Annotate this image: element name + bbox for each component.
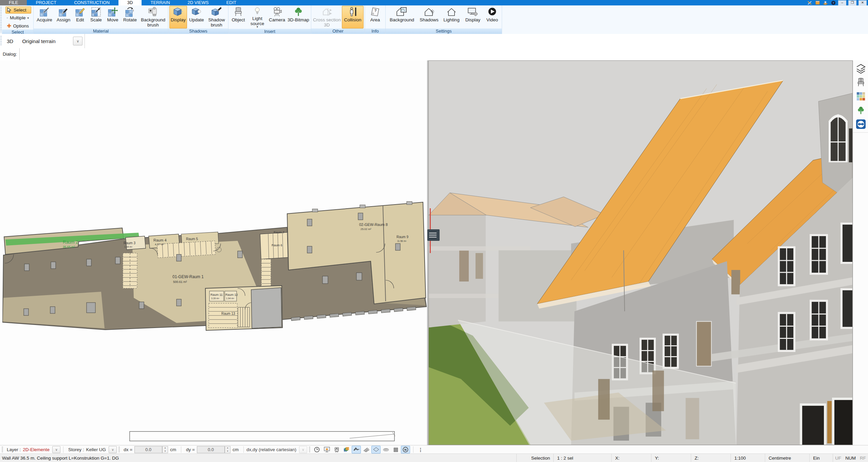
scale-icon <box>91 7 101 17</box>
tab-3d[interactable]: 3D <box>118 0 142 5</box>
toolbar-grip <box>118 447 120 453</box>
storey-dropdown[interactable]: ∨ <box>109 446 117 453</box>
settings-background-button[interactable]: Background <box>387 6 417 28</box>
toggle-num[interactable]: NUM <box>843 454 858 462</box>
insert-camera-button[interactable]: Camera <box>267 6 287 29</box>
dialog-tab[interactable]: Dialog: <box>0 48 20 60</box>
camera-icon[interactable] <box>332 446 341 454</box>
move-button[interactable]: Move <box>105 6 121 28</box>
layer-dropdown[interactable]: ∨ <box>52 446 60 453</box>
view-3d-pane[interactable] <box>428 60 853 445</box>
assign-button[interactable]: Assign <box>55 6 72 28</box>
tools-icon[interactable] <box>807 1 813 5</box>
room-area: 1.34 m² <box>124 246 132 248</box>
application-window: FILE PROJECT CONSTRUCTION 3D TERRAIN 2D … <box>0 0 868 462</box>
view-selector-dropdown[interactable]: ∨ <box>73 37 82 45</box>
group-label-settings: Settings <box>386 28 502 34</box>
annex-gray-area <box>251 288 282 328</box>
shadow-display-button[interactable]: Display <box>169 6 187 28</box>
restore-button[interactable]: ❐ <box>848 0 856 5</box>
minimize-button[interactable]: – <box>838 0 846 5</box>
more-options-button[interactable]: ⋮ <box>418 447 423 453</box>
dy-input[interactable] <box>197 446 225 453</box>
cursor-icon <box>7 7 12 13</box>
view-mode-label: 3D <box>7 38 13 44</box>
contour-icon[interactable] <box>381 446 390 454</box>
dx-spinner[interactable]: ▲▼ <box>162 446 168 453</box>
toggle-uf[interactable]: UF <box>833 454 843 462</box>
room-label: 02-GEW-Raum 8 <box>359 223 388 227</box>
tab-edit[interactable]: EDIT <box>218 0 245 5</box>
separator <box>243 446 244 453</box>
tab-file[interactable]: FILE <box>0 0 27 5</box>
dy-spinner[interactable]: ▲▼ <box>225 446 230 453</box>
collapsed-panel-handle[interactable] <box>427 229 440 241</box>
assign-material-icon <box>58 7 69 17</box>
state-indicator[interactable]: Ein <box>809 454 833 462</box>
scene-3d[interactable] <box>429 61 852 445</box>
settings-shadows-button[interactable]: Shadows <box>418 6 441 28</box>
video-button[interactable]: Video <box>484 6 501 28</box>
background-brush-button[interactable]: Background brush <box>139 6 167 28</box>
coord-mode-dropdown[interactable]: ∨ <box>299 446 307 453</box>
tab-terrain[interactable]: TERRAIN <box>142 0 179 5</box>
cross-section-3d-button[interactable]: Cross section 3D <box>312 6 341 28</box>
insert-object-button[interactable]: Object <box>229 6 247 29</box>
select-button[interactable]: Select <box>5 6 31 14</box>
grid-icon[interactable] <box>391 446 400 454</box>
shadow-brush-button[interactable]: Shadow brush <box>206 6 227 28</box>
settings-lighting-button[interactable]: Lighting <box>441 6 462 28</box>
scale-indicator[interactable]: 1:100 <box>731 454 765 462</box>
view-selector-value[interactable]: Original terrain <box>22 38 73 44</box>
insert-light-source-button[interactable]: Light source ▾ <box>247 6 267 29</box>
clock-icon[interactable] <box>312 446 321 454</box>
close-button[interactable]: ✕ <box>858 0 867 5</box>
tab-construction[interactable]: CONSTRUCTION <box>65 0 118 5</box>
collision-button[interactable]: Collision <box>342 6 364 28</box>
room-area: 4.37 m² <box>155 243 164 246</box>
edit-material-icon <box>75 7 85 17</box>
toggle-rf[interactable]: RF <box>858 454 868 462</box>
roof-icon[interactable] <box>352 446 361 454</box>
snapshot-icon[interactable] <box>322 446 331 454</box>
north-icon[interactable]: N <box>401 446 410 454</box>
furniture-icon[interactable] <box>855 77 867 88</box>
layers-icon[interactable] <box>855 63 867 74</box>
plants-icon[interactable] <box>855 104 867 116</box>
z-coordinate: Z: <box>691 454 731 462</box>
cube-update-icon <box>191 7 202 17</box>
rotate-button[interactable]: Rotate <box>121 6 139 28</box>
export-icon[interactable] <box>823 1 828 5</box>
edit-material-button[interactable]: Edit <box>73 6 88 28</box>
annex <box>205 286 282 330</box>
layer-value[interactable]: 2D-Elemente <box>23 447 50 452</box>
layers-color-icon[interactable] <box>342 446 351 454</box>
materials-icon[interactable] <box>855 91 867 102</box>
area-button[interactable]: ? Area <box>366 6 384 28</box>
play-icon <box>487 7 497 17</box>
coordinates-toolbar: Layer : 2D-Elemente ∨ Storey : Keller UG… <box>0 445 868 454</box>
settings-display-button[interactable]: Display <box>462 6 483 28</box>
tab-2d-views[interactable]: 2D VIEWS <box>179 0 218 5</box>
unit-indicator[interactable]: Centimetre <box>765 454 809 462</box>
acquire-button[interactable]: Acquire <box>35 6 54 28</box>
multiple-button[interactable]: Multiple ▾ <box>5 14 31 21</box>
room-area: 25.02 m² <box>361 228 371 231</box>
shadow-update-button[interactable]: Update <box>187 6 206 28</box>
tab-project[interactable]: PROJECT <box>27 0 65 5</box>
storey-value[interactable]: Keller UG <box>86 447 106 452</box>
help-icon[interactable]: ? <box>830 1 836 5</box>
floorplan-drawing[interactable]: Raum 2 35.65 m² Raum 3 1.34 m² Raum 4 4.… <box>0 60 427 445</box>
coord-mode-selector[interactable]: dx,dy (relative cartesian) <box>246 447 296 452</box>
rebar-icon[interactable] <box>362 446 371 454</box>
tile-icon[interactable] <box>371 446 381 454</box>
plan-2d-pane[interactable]: Raum 2 35.65 m² Raum 3 1.34 m² Raum 4 4.… <box>0 60 427 445</box>
archive-icon[interactable] <box>815 1 820 5</box>
teamviewer-icon[interactable] <box>855 118 867 130</box>
options-button[interactable]: Options <box>5 22 31 30</box>
insert-3d-bitmap-button[interactable]: 3D-Bitmap <box>287 6 310 29</box>
separator <box>413 446 413 453</box>
dx-input[interactable] <box>134 446 162 453</box>
scale-button[interactable]: Scale <box>88 6 104 28</box>
ribbon-group-material: Acquire Assign Edit Scale Move <box>34 5 168 34</box>
